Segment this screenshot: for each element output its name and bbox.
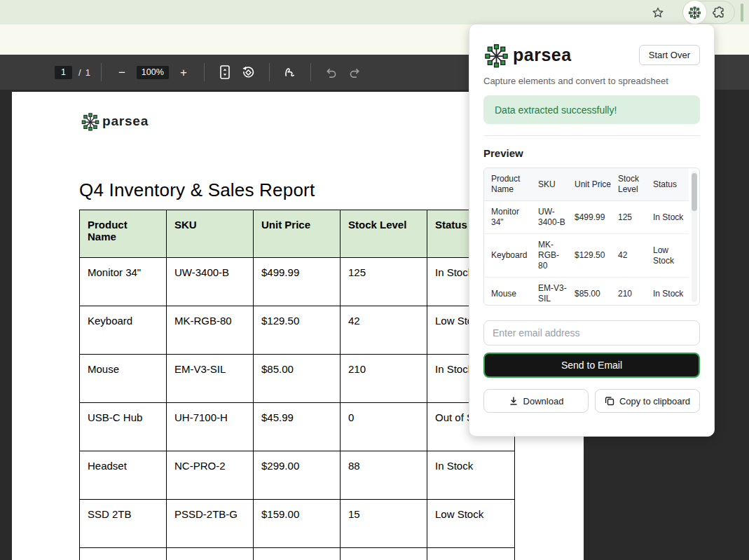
bookmark-star-icon[interactable] <box>646 1 670 25</box>
parsea-extension-button[interactable] <box>683 1 706 24</box>
table-cell: USB-C Hub <box>80 403 167 451</box>
parsea-extension-popup: parsea Start Over Capture elements and c… <box>469 24 715 437</box>
browser-toolbar <box>0 0 749 25</box>
copy-to-clipboard-button[interactable]: Copy to clipboard <box>595 389 700 413</box>
table-cell: Low Stock <box>427 500 515 548</box>
download-label: Download <box>523 396 564 407</box>
fit-to-page-button[interactable] <box>215 62 235 82</box>
extensions-pill <box>682 1 735 24</box>
table-cell: 42 <box>614 234 650 278</box>
popup-logo-text: parsea <box>513 45 572 65</box>
avatar-edge <box>741 4 743 22</box>
success-banner: Data extracted successfully! <box>483 95 700 124</box>
email-input[interactable] <box>483 320 700 346</box>
fit-page-icon <box>220 65 230 79</box>
table-cell: UW-3400-B <box>535 201 571 234</box>
table-cell: In Stock <box>427 451 515 500</box>
table-cell: SSD 2TB <box>80 500 167 548</box>
table-cell: 210 <box>341 355 427 403</box>
table-cell: $85.00 <box>571 278 614 306</box>
table-cell: $159.00 <box>254 500 341 548</box>
preview-table-container[interactable]: Product NameSKUUnit PriceStock LevelStat… <box>483 168 700 306</box>
column-header: Stock Level <box>614 168 650 201</box>
table-cell: Monitor 34" <box>80 258 167 306</box>
download-icon <box>509 396 518 406</box>
table-cell: In Stock <box>650 201 689 234</box>
page-total: 1 <box>85 67 90 78</box>
divider <box>483 135 700 136</box>
table-cell: Headset <box>80 451 167 500</box>
column-header: SKU <box>167 210 254 258</box>
table-row: KeyboardMK-RGB-80$129.5042Low Stock <box>484 234 689 278</box>
page-number-input[interactable] <box>55 66 72 79</box>
screen: / 1 − 100% + <box>0 0 749 560</box>
table-cell: In Stock <box>650 278 689 306</box>
table-cell: $299.00 <box>254 451 341 500</box>
table-cell: $499.99 <box>254 258 341 306</box>
table-row: KeyboardMK-RGB-80$129.5042Low Stock <box>80 306 515 355</box>
rotate-icon <box>242 66 255 79</box>
preview-heading: Preview <box>483 147 700 159</box>
extensions-puzzle-icon[interactable] <box>709 2 730 23</box>
page-divider: / <box>78 67 81 78</box>
table-row: USB-C HubUH-7100-H$45.990Out of Stock <box>80 403 515 451</box>
table-cell: $129.50 <box>254 306 341 355</box>
preview-table-body: Monitor 34"UW-3400-B$499.99125In StockKe… <box>484 201 689 306</box>
preview-table-header-row: Product NameSKUUnit PriceStock LevelStat… <box>484 168 689 201</box>
table-cell: NC-PRO-2 <box>167 451 254 500</box>
table-cell: UW-3400-B <box>167 258 254 306</box>
start-over-button[interactable]: Start Over <box>639 45 700 65</box>
document-table-header-row: Product NameSKUUnit PriceStock LevelStat… <box>80 210 515 258</box>
table-cell: Keyboard <box>484 234 535 278</box>
document-table: Product NameSKUUnit PriceStock LevelStat… <box>79 210 515 560</box>
table-cell: 125 <box>341 258 427 306</box>
table-cell: 42 <box>341 306 427 355</box>
popup-header: parsea Start Over <box>483 41 700 68</box>
zoom-in-button[interactable]: + <box>174 62 193 82</box>
success-message: Data extracted successfully! <box>495 104 617 116</box>
table-cell: MK-RGB-80 <box>535 234 571 278</box>
document-logo-text: parsea <box>102 114 149 129</box>
document-logo: parsea <box>81 111 149 131</box>
toolbar-divider <box>269 63 270 81</box>
popup-logo: parsea <box>483 42 572 68</box>
send-to-email-button[interactable]: Send to Email <box>483 353 700 378</box>
table-cell: 88 <box>341 451 427 500</box>
document-table-partial-row <box>80 548 515 560</box>
download-button[interactable]: Download <box>483 389 589 413</box>
column-header: Unit Price <box>571 168 614 201</box>
table-cell: $45.99 <box>254 403 341 451</box>
rotate-button[interactable] <box>239 62 259 82</box>
document-table-body: Monitor 34"UW-3400-B$499.99125In StockKe… <box>80 258 515 548</box>
table-row: MouseEM-V3-SIL$85.00210In Stock <box>484 278 689 306</box>
popup-subtitle: Capture elements and convert to spreadsh… <box>483 76 700 86</box>
table-cell: UH-7100-H <box>167 403 254 451</box>
table-cell: $499.99 <box>571 201 614 234</box>
table-row: HeadsetNC-PRO-2$299.0088In Stock <box>80 451 515 500</box>
column-header: Product Name <box>80 210 167 258</box>
table-cell: 125 <box>614 201 650 234</box>
table-cell: 15 <box>341 500 427 548</box>
redo-button[interactable] <box>345 62 365 82</box>
zoom-out-button[interactable]: − <box>112 62 132 82</box>
table-cell: Monitor 34" <box>484 201 535 234</box>
redo-icon <box>348 67 362 78</box>
table-cell: 0 <box>341 403 427 451</box>
table-cell: EM-V3-SIL <box>535 278 571 306</box>
table-row: SSD 2TBPSSD-2TB-G$159.0015Low Stock <box>80 500 515 548</box>
parsea-logo-icon <box>81 111 100 131</box>
pen-squiggle-icon <box>284 67 296 78</box>
undo-button[interactable] <box>322 62 341 82</box>
parsea-mini-icon <box>688 6 701 19</box>
copy-label: Copy to clipboard <box>619 396 690 407</box>
zoom-level[interactable]: 100% <box>137 66 169 79</box>
undo-icon <box>324 67 338 78</box>
parsea-logo-icon <box>483 42 509 68</box>
table-row: Monitor 34"UW-3400-B$499.99125In Stock <box>80 258 515 306</box>
table-row: MouseEM-V3-SIL$85.00210In Stock <box>80 355 515 403</box>
annotate-button[interactable] <box>280 62 300 82</box>
table-cell: Mouse <box>484 278 535 306</box>
toolbar-divider <box>204 63 205 81</box>
preview-scrollbar-thumb[interactable] <box>692 173 697 211</box>
table-cell: $85.00 <box>254 355 341 403</box>
